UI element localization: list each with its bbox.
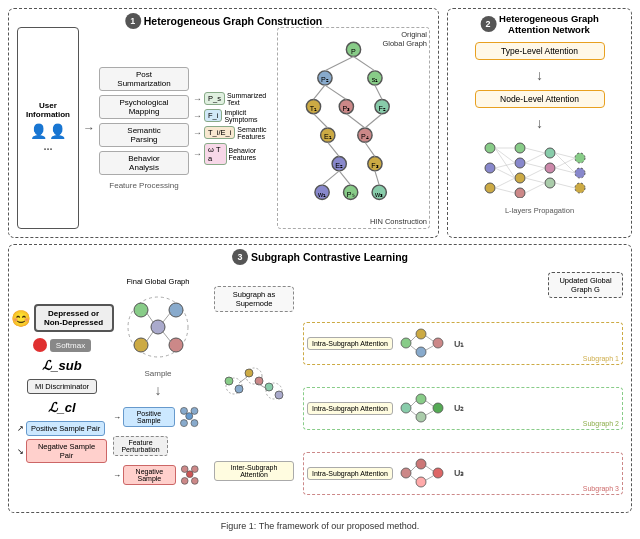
svg-text:E₂: E₂ xyxy=(335,162,343,170)
subgraph1-label: Subgraph 1 xyxy=(583,355,619,362)
svg-point-82 xyxy=(180,420,187,427)
user-icon-2: 👤 xyxy=(49,123,66,139)
svg-text:w₁: w₁ xyxy=(317,191,326,199)
svg-line-59 xyxy=(525,148,545,153)
svg-point-118 xyxy=(416,459,426,469)
supernode-box: Subgraph as Supernode xyxy=(214,286,294,312)
svg-point-49 xyxy=(575,153,585,163)
svg-line-78 xyxy=(146,332,153,342)
svg-line-108 xyxy=(426,346,433,350)
user-info-label: User Information xyxy=(24,101,72,119)
l-sub: ℒ_sub xyxy=(42,358,81,373)
network-svg xyxy=(480,138,600,198)
svg-line-33 xyxy=(365,114,382,128)
svg-line-55 xyxy=(495,163,515,168)
feature-processing-col: PostSummarization PsychologicalMapping S… xyxy=(99,27,189,229)
section2-title: 2 Heterogeneous GraphAttention Network xyxy=(480,13,599,36)
global-graph-col: Final Global Graph Sample ↓ → xyxy=(113,263,203,504)
hin-construction-label: HIN Construction xyxy=(370,217,427,226)
feature-post: PostSummarization xyxy=(99,67,189,91)
subgraph1-inner: Intra-Subgraph Attention U₁ xyxy=(307,326,619,361)
negative-pair-row: ↘ Negative Sample Pair xyxy=(17,439,107,463)
svg-line-57 xyxy=(495,178,515,188)
svg-text:T₁: T₁ xyxy=(310,105,317,113)
positive-pair-box: Positive Sample Pair xyxy=(26,421,105,436)
hin-svg: P P₂ s₁ T₁ P₃ F₂ E₁ P₄ xyxy=(278,28,429,228)
svg-text:E₁: E₁ xyxy=(324,133,332,141)
mi-discriminator: MI Discriminator xyxy=(27,379,97,394)
svg-line-26 xyxy=(325,57,354,71)
svg-line-56 xyxy=(495,168,515,178)
desc-2: Implicit Symptoms xyxy=(224,109,273,123)
omega-label: ω T a xyxy=(204,143,227,165)
svg-text:P₅: P₅ xyxy=(347,191,355,199)
subgraph3-svg xyxy=(396,456,451,491)
feature-behavior: BehaviorAnalysis xyxy=(99,151,189,175)
svg-point-94 xyxy=(245,369,253,377)
svg-line-63 xyxy=(525,178,545,183)
svg-point-39 xyxy=(485,143,495,153)
svg-line-35 xyxy=(365,142,375,156)
user-icons: 👤 👤 xyxy=(30,123,66,139)
desc-3: Semantic Features xyxy=(237,126,273,140)
svg-line-113 xyxy=(411,401,416,406)
svg-point-91 xyxy=(225,377,233,385)
subgraph-right: Updated Global Graph G Subgraph 1 Intra-… xyxy=(303,263,623,504)
subgraph2-svg xyxy=(396,391,451,426)
svg-line-64 xyxy=(525,183,545,193)
svg-line-36 xyxy=(339,171,350,185)
section2-box: 2 Heterogeneous GraphAttention Network T… xyxy=(447,8,632,238)
svg-text:s₁: s₁ xyxy=(372,76,379,84)
svg-point-112 xyxy=(433,403,443,413)
svg-point-109 xyxy=(401,403,411,413)
hin-graph: OriginalGlobal Graph P P₂ s₁ T₁ P₃ xyxy=(277,27,430,229)
svg-point-84 xyxy=(186,413,193,420)
svg-line-105 xyxy=(411,336,416,341)
section1-box: 1 Heterogeneous Graph Construction User … xyxy=(8,8,439,238)
svg-point-119 xyxy=(416,477,426,487)
svg-point-81 xyxy=(191,407,198,414)
svg-line-114 xyxy=(411,411,416,415)
svg-line-29 xyxy=(325,85,346,99)
svg-point-86 xyxy=(191,466,198,473)
feature-semantic: SemanticParsing xyxy=(99,123,189,147)
svg-line-106 xyxy=(411,346,416,350)
svg-point-88 xyxy=(191,478,198,485)
arrow-row-2: → F_i Implicit Symptoms xyxy=(193,109,273,123)
subgraph3-label: Subgraph 3 xyxy=(583,485,619,492)
feature-perturb-box: Feature Perturbation xyxy=(113,436,168,456)
svg-line-53 xyxy=(495,148,515,163)
negative-sample-box: Negative Sample xyxy=(123,465,176,485)
svg-line-123 xyxy=(426,466,433,471)
updated-global-box: Updated Global Graph G xyxy=(548,272,623,298)
subgraph-col: Subgraph as Supernode Inter-Subgraph Att… xyxy=(209,263,623,504)
svg-line-99 xyxy=(239,377,247,383)
subgraph1-box: Subgraph 1 Intra-Subgraph Attention xyxy=(303,322,623,365)
intra-3-box: Intra-Subgraph Attention xyxy=(307,467,393,480)
section3-box: 3 Subgraph Contrastive Learning 😊 Depres… xyxy=(8,244,632,513)
svg-line-34 xyxy=(328,142,339,156)
svg-line-38 xyxy=(375,171,379,185)
svg-point-46 xyxy=(545,148,555,158)
section2-inner: Type-Level Attention ↓ Node-Level Attent… xyxy=(456,27,623,229)
svg-text:P₄: P₄ xyxy=(361,133,369,141)
l-cl: ℒ_cl xyxy=(48,400,75,415)
svg-line-37 xyxy=(322,171,339,185)
svg-point-110 xyxy=(416,394,426,404)
svg-line-62 xyxy=(525,168,545,178)
feature-perturb-row: Feature Perturbation xyxy=(113,436,203,456)
svg-line-121 xyxy=(411,466,416,471)
final-global-label: Final Global Graph xyxy=(127,277,190,286)
svg-point-45 xyxy=(515,188,525,198)
svg-point-74 xyxy=(169,338,183,352)
svg-text:F₂: F₂ xyxy=(378,105,385,113)
svg-line-54 xyxy=(495,148,515,178)
svg-line-65 xyxy=(555,153,575,158)
emoji-face: 😊 xyxy=(11,309,31,328)
svg-text:w₃: w₃ xyxy=(374,191,383,199)
svg-line-67 xyxy=(555,183,575,188)
updated-global-row: Updated Global Graph G xyxy=(303,272,623,298)
svg-line-61 xyxy=(525,163,545,168)
svg-point-43 xyxy=(515,158,525,168)
type-level-box: Type-Level Attention xyxy=(475,42,605,60)
